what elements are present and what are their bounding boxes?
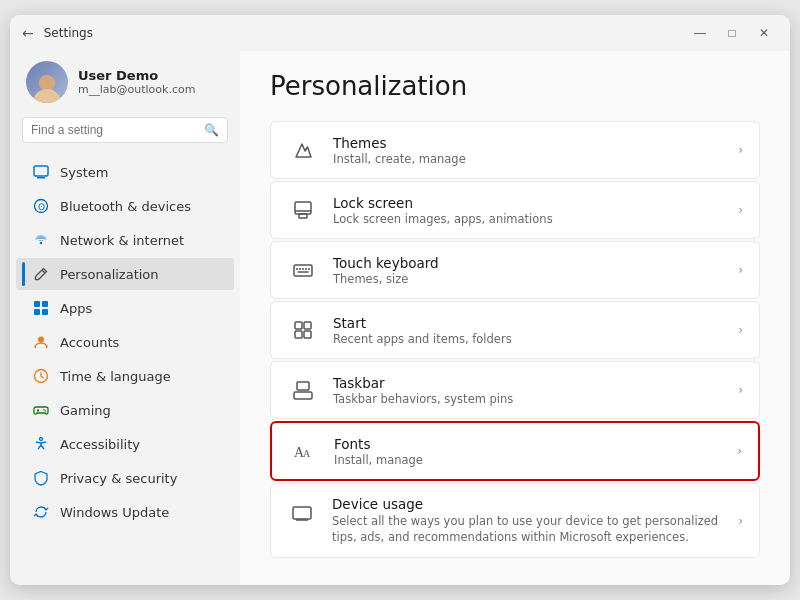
search-icon: 🔍 [204, 123, 219, 137]
window-title: Settings [44, 26, 93, 40]
sidebar-label-system: System [60, 165, 108, 180]
lockscreen-chevron: › [738, 203, 743, 217]
search-box[interactable]: 🔍 [22, 117, 228, 143]
touchkeyboard-title: Touch keyboard [333, 255, 439, 271]
sidebar-label-bluetooth: Bluetooth & devices [60, 199, 191, 214]
sidebar-label-personalization: Personalization [60, 267, 159, 282]
device-usage-desc: Select all the ways you plan to use your… [332, 513, 738, 545]
bluetooth-icon: ʘ [32, 197, 50, 215]
sidebar-label-update: Windows Update [60, 505, 169, 520]
setting-item-touchkeyboard[interactable]: Touch keyboard Themes, size › [270, 241, 760, 299]
fonts-title: Fonts [334, 436, 423, 452]
sidebar-item-apps[interactable]: Apps [16, 292, 234, 324]
svg-rect-7 [34, 309, 40, 315]
svg-rect-28 [295, 331, 302, 338]
svg-text:A: A [303, 448, 311, 459]
setting-item-start[interactable]: Start Recent apps and items, folders › [270, 301, 760, 359]
sidebar-item-bluetooth[interactable]: ʘ Bluetooth & devices [16, 190, 234, 222]
start-title: Start [333, 315, 512, 331]
svg-point-14 [45, 410, 47, 412]
svg-rect-30 [294, 392, 312, 399]
fonts-chevron: › [737, 444, 742, 458]
setting-item-fonts[interactable]: A A Fonts Install, manage › [270, 421, 760, 481]
svg-rect-34 [293, 507, 311, 519]
page-title: Personalization [270, 71, 760, 101]
back-button[interactable]: ← [22, 25, 34, 41]
svg-rect-8 [42, 309, 48, 315]
themes-desc: Install, create, manage [333, 152, 466, 166]
svg-rect-16 [295, 202, 311, 214]
sidebar-label-accessibility: Accessibility [60, 437, 140, 452]
svg-rect-27 [304, 322, 311, 329]
svg-rect-29 [304, 331, 311, 338]
themes-chevron: › [738, 143, 743, 157]
themes-icon [287, 134, 319, 166]
settings-window: ← Settings — □ ✕ User Demo m__lab@o [10, 15, 790, 585]
sidebar-label-privacy: Privacy & security [60, 471, 177, 486]
setting-item-device-usage[interactable]: Device usage Select all the ways you pla… [270, 483, 760, 558]
maximize-button[interactable]: □ [718, 22, 746, 44]
svg-rect-6 [42, 301, 48, 307]
user-email: m__lab@outlook.com [78, 83, 195, 96]
user-profile[interactable]: User Demo m__lab@outlook.com [10, 51, 240, 117]
fonts-icon: A A [288, 435, 320, 467]
privacy-icon [32, 469, 50, 487]
setting-item-themes[interactable]: Themes Install, create, manage › [270, 121, 760, 179]
device-usage-icon [287, 498, 318, 530]
sidebar-label-apps: Apps [60, 301, 92, 316]
sidebar-label-network: Network & internet [60, 233, 184, 248]
setting-item-taskbar[interactable]: Taskbar Taskbar behaviors, system pins › [270, 361, 760, 419]
themes-title: Themes [333, 135, 466, 151]
setting-item-lockscreen[interactable]: Lock screen Lock screen images, apps, an… [270, 181, 760, 239]
settings-list: Themes Install, create, manage › [270, 121, 760, 558]
apps-icon [32, 299, 50, 317]
svg-text:ʘ: ʘ [38, 202, 45, 212]
search-input[interactable] [31, 123, 198, 137]
accessibility-icon [32, 435, 50, 453]
taskbar-chevron: › [738, 383, 743, 397]
svg-rect-19 [294, 265, 312, 276]
sidebar-item-update[interactable]: Windows Update [16, 496, 234, 528]
sidebar: User Demo m__lab@outlook.com 🔍 System [10, 51, 240, 585]
svg-rect-31 [297, 382, 309, 390]
sidebar-item-privacy[interactable]: Privacy & security [16, 462, 234, 494]
main-content: Personalization Themes Install, create, … [240, 51, 790, 585]
sidebar-label-gaming: Gaming [60, 403, 111, 418]
sidebar-label-time: Time & language [60, 369, 171, 384]
sidebar-label-accounts: Accounts [60, 335, 119, 350]
close-button[interactable]: ✕ [750, 22, 778, 44]
svg-rect-1 [37, 177, 45, 179]
update-icon [32, 503, 50, 521]
taskbar-desc: Taskbar behaviors, system pins [333, 392, 513, 406]
taskbar-icon [287, 374, 319, 406]
svg-rect-5 [34, 301, 40, 307]
accounts-icon [32, 333, 50, 351]
minimize-button[interactable]: — [686, 22, 714, 44]
sidebar-item-accounts[interactable]: Accounts [16, 326, 234, 358]
sidebar-item-personalization[interactable]: Personalization [16, 258, 234, 290]
gaming-icon [32, 401, 50, 419]
personalization-icon [32, 265, 50, 283]
sidebar-item-system[interactable]: System [16, 156, 234, 188]
svg-point-9 [38, 337, 44, 343]
sidebar-item-time[interactable]: Time & language [16, 360, 234, 392]
sidebar-item-accessibility[interactable]: Accessibility [16, 428, 234, 460]
sidebar-item-network[interactable]: Network & internet [16, 224, 234, 256]
network-icon [32, 231, 50, 249]
svg-point-15 [40, 438, 43, 441]
start-icon [287, 314, 319, 346]
touchkeyboard-desc: Themes, size [333, 272, 439, 286]
touchkeyboard-chevron: › [738, 263, 743, 277]
svg-rect-0 [34, 166, 48, 176]
system-icon [32, 163, 50, 181]
start-chevron: › [738, 323, 743, 337]
avatar [26, 61, 68, 103]
lockscreen-title: Lock screen [333, 195, 553, 211]
title-bar: ← Settings — □ ✕ [10, 15, 790, 51]
device-usage-title: Device usage [332, 496, 738, 512]
lockscreen-desc: Lock screen images, apps, animations [333, 212, 553, 226]
fonts-desc: Install, manage [334, 453, 423, 467]
svg-rect-18 [299, 214, 307, 218]
sidebar-item-gaming[interactable]: Gaming [16, 394, 234, 426]
device-usage-chevron: › [738, 514, 743, 528]
